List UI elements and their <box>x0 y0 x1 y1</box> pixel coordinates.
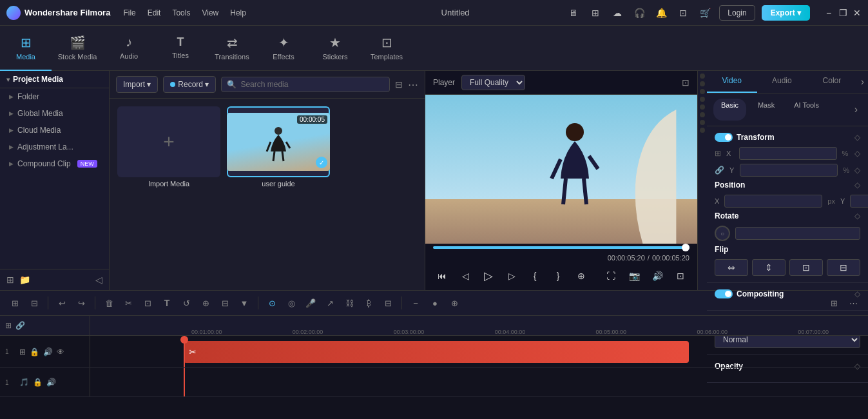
filter-icon[interactable]: ⊟ <box>395 79 403 90</box>
rotate-input[interactable]: 0.00° <box>735 227 860 240</box>
tl-select-btn[interactable]: ⊟ <box>26 295 43 311</box>
rotate-keyframe[interactable]: ◇ <box>854 211 860 220</box>
volume-button[interactable]: 🔊 <box>648 267 666 285</box>
pos-x-input[interactable]: 0.00 <box>724 195 822 208</box>
tl-text-btn[interactable]: T <box>159 295 175 311</box>
add-track-icon[interactable]: ⊞ <box>5 321 12 330</box>
snapshot-button[interactable]: 📷 <box>625 267 643 285</box>
player-timeline[interactable] <box>425 244 697 251</box>
menu-view[interactable]: View <box>202 8 218 17</box>
step-back-button[interactable]: ◁ <box>456 267 474 285</box>
transform-toggle[interactable] <box>715 133 733 142</box>
tl-marker-btn[interactable]: ◎ <box>283 295 300 311</box>
scale-y-keyframe[interactable]: ◇ <box>854 166 860 175</box>
tl-zoom-out-btn[interactable]: − <box>407 295 424 311</box>
pip-button[interactable]: ⊡ <box>671 267 690 285</box>
tl-rotate-btn[interactable]: ↺ <box>178 295 195 311</box>
tl-delete-btn[interactable]: 🗑 <box>101 295 117 311</box>
tl-ripple-btn[interactable]: ⊟ <box>217 295 233 311</box>
tl-cut-btn[interactable]: ✂ <box>120 295 137 311</box>
sub-tabs-more-icon[interactable]: › <box>851 99 862 121</box>
scale-y-input[interactable]: 100.00 <box>740 164 838 177</box>
tab-audio[interactable]: Audio <box>757 71 807 93</box>
login-button[interactable]: Login <box>719 5 755 21</box>
position-keyframe[interactable]: ◇ <box>854 180 860 190</box>
more-options-icon[interactable]: ⋯ <box>408 79 418 91</box>
icon-layout[interactable]: ⊡ <box>675 5 691 21</box>
audio-vol-icon[interactable]: 🔊 <box>46 378 56 387</box>
more-controls-button[interactable]: ⊕ <box>572 267 590 285</box>
collapse-panel-icon[interactable]: ◁ <box>95 275 102 285</box>
audio-track-body[interactable] <box>90 368 868 396</box>
player-settings-icon[interactable]: ⊡ <box>682 77 690 88</box>
tl-zoom-add-btn[interactable]: ⊕ <box>446 295 463 311</box>
sidebar-item-cloud-media[interactable]: ▶ Cloud Media <box>0 122 109 139</box>
step-fwd-button[interactable]: ▷ <box>503 267 521 285</box>
tl-grid-btn[interactable]: ⊞ <box>825 295 842 311</box>
tl-link-btn[interactable]: ↗ <box>322 295 338 311</box>
tl-redo-btn[interactable]: ↪ <box>73 295 90 311</box>
tab-stickers[interactable]: ★ Stickers <box>309 26 361 71</box>
tab-audio[interactable]: ♪ Audio <box>103 26 155 71</box>
mark-in-button[interactable]: { <box>526 267 544 285</box>
tab-media[interactable]: ⊞ Media <box>0 26 52 71</box>
record-button[interactable]: Record ▾ <box>163 76 216 93</box>
tl-undo-btn[interactable]: ↩ <box>53 295 70 311</box>
play-button[interactable]: ▷ <box>479 267 497 285</box>
tab-stock-media[interactable]: 🎬 Stock Media <box>52 26 103 71</box>
rotate-circle[interactable]: ○ <box>715 226 730 241</box>
icon-bell[interactable]: 🔔 <box>653 5 669 21</box>
tl-crop-btn[interactable]: ⊡ <box>139 295 156 311</box>
tab-video[interactable]: Video <box>707 71 757 93</box>
tl-split-btn[interactable]: ⊟ <box>380 295 396 311</box>
tl-settings-btn[interactable]: ⋯ <box>845 295 862 311</box>
mark-out-button[interactable]: } <box>549 267 567 285</box>
scale-x-keyframe[interactable]: ◇ <box>854 149 860 158</box>
compositing-toggle[interactable] <box>715 289 733 298</box>
flip-option3[interactable]: ⊡ <box>789 259 823 276</box>
sidebar-item-global-media[interactable]: ▶ Global Media <box>0 105 109 122</box>
tl-more-btn[interactable]: ▼ <box>236 295 253 311</box>
menu-tools[interactable]: Tools <box>172 8 190 17</box>
icon-headset[interactable]: 🎧 <box>632 5 647 21</box>
sidebar-item-folder[interactable]: ▶ Folder <box>0 88 109 105</box>
menu-file[interactable]: File <box>123 8 135 17</box>
menu-help[interactable]: Help <box>230 8 246 17</box>
tab-effects[interactable]: ✦ Effects <box>258 26 309 71</box>
tab-transitions[interactable]: ⇄ Transitions <box>206 26 258 71</box>
tl-zoom-in-btn[interactable]: ⊕ <box>197 295 214 311</box>
eye-icon[interactable]: 👁 <box>57 347 64 356</box>
icon-monitor[interactable]: 🖥 <box>566 5 581 21</box>
tl-audio-btn[interactable]: 🎤 <box>302 295 319 311</box>
add-folder-icon[interactable]: ⊞ <box>6 275 14 285</box>
tab-templates[interactable]: ⊡ Templates <box>361 26 412 71</box>
tl-effect-btn[interactable]: ₿ <box>360 295 377 311</box>
collapse-icon[interactable]: ▾ <box>6 76 10 83</box>
tab-color[interactable]: Color <box>807 71 857 93</box>
import-media-card[interactable]: + <box>117 106 220 177</box>
menu-edit[interactable]: Edit <box>148 8 161 17</box>
search-input[interactable] <box>240 80 384 89</box>
transform-keyframe-icon[interactable]: ◇ <box>854 133 860 142</box>
flip-option4[interactable]: ⊟ <box>827 259 860 276</box>
video-track-body[interactable]: ✂ <box>90 336 868 367</box>
tl-chain-btn[interactable]: ⛓ <box>341 295 358 311</box>
audio-lock-icon[interactable]: 🔒 <box>33 378 43 387</box>
flip-vertical-button[interactable]: ⇕ <box>752 259 786 276</box>
export-button[interactable]: Export ▾ <box>762 5 810 21</box>
audio-track-icon[interactable]: 🔊 <box>43 347 53 356</box>
new-folder-icon[interactable]: 📁 <box>19 275 30 285</box>
flip-horizontal-button[interactable]: ⇔ <box>715 259 748 276</box>
pos-y-input[interactable]: 0.00 <box>850 195 868 208</box>
progress-thumb[interactable] <box>682 244 690 251</box>
subtab-basic[interactable]: Basic <box>713 99 746 121</box>
minimize-button[interactable]: − <box>824 8 833 17</box>
tab-titles[interactable]: T Titles <box>155 26 206 71</box>
icon-cloud[interactable]: ☁ <box>610 5 625 21</box>
search-bar[interactable]: 🔍 <box>221 77 390 92</box>
lock-icon[interactable]: 🔒 <box>30 347 39 356</box>
fullscreen-button[interactable]: ⛶ <box>602 267 620 285</box>
sidebar-item-adjustment[interactable]: ▶ Adjustment La... <box>0 139 109 155</box>
progress-bar[interactable] <box>433 246 690 249</box>
user-guide-card[interactable]: 00:00:05 ✓ <box>227 106 330 177</box>
